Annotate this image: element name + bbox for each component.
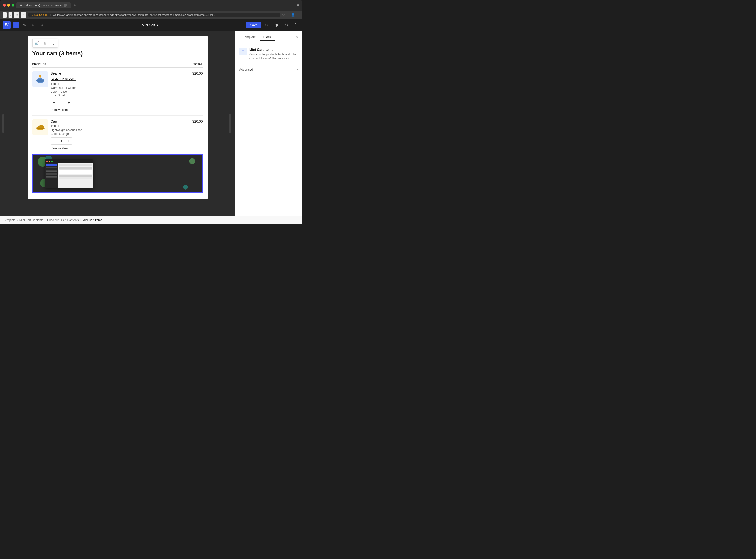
block-toolbar: 🛒 ⊞ ⋮ [32, 39, 58, 48]
beanie-details: Beanie 2 LEFT IN STOCK $10.00 Warm hat f… [48, 71, 76, 111]
breadcrumb-sep-1: › [17, 218, 18, 222]
block-title: Mini Cart Items [249, 48, 299, 51]
breadcrumb-filled-mini-cart-contents[interactable]: Filled Mini Cart Contents [47, 218, 79, 222]
block-info-header: ⊞ Mini Cart Items Contains the products … [239, 48, 299, 61]
mini-cart-items-icon: ⊞ [239, 48, 247, 55]
maximize-button[interactable] [11, 4, 15, 7]
total-column-header: TOTAL [173, 61, 203, 68]
reload-button[interactable]: ↻ [14, 12, 20, 18]
beanie-increase-qty-button[interactable]: + [66, 99, 72, 106]
svg-point-2 [39, 75, 41, 77]
security-label: Not Secure [34, 14, 48, 16]
settings-button[interactable]: ⚙ [263, 21, 271, 29]
cart-table: PRODUCT TOTAL [32, 61, 203, 193]
minimize-button[interactable] [7, 4, 10, 7]
block-description: Contains the products table and other cu… [249, 52, 299, 61]
decorative-blob-5 [183, 185, 188, 190]
extension-puzzle-icon[interactable]: ⊡ [287, 13, 289, 17]
beanie-name[interactable]: Beanie [51, 71, 76, 75]
back-button[interactable]: ‹ [3, 12, 7, 18]
cap-details: Cap $20.00 Lightweight baseball cap Colo… [48, 119, 82, 150]
panel-close-button[interactable]: × [296, 35, 299, 40]
mini-cart-title: Mini Cart [142, 23, 155, 27]
cart-title: Your cart (3 items) [32, 50, 203, 57]
add-block-button[interactable]: + [13, 22, 19, 28]
security-icon: ⚠ [31, 14, 33, 16]
menu-icon[interactable]: ⋮ [297, 13, 300, 17]
canvas-area: 🛒 ⊞ ⋮ Your cart (3 items) PRODUCT TOTAL [0, 31, 235, 216]
close-button[interactable] [3, 4, 6, 7]
grid-view-button[interactable]: ⊞ [41, 39, 49, 47]
canvas-scrollbar-left [2, 114, 4, 133]
cap-total: $20.00 [173, 115, 203, 154]
more-options-button[interactable]: ⋮ [292, 21, 300, 29]
cart-item-cap: Cap $20.00 Lightweight baseball cap Colo… [32, 115, 203, 154]
cap-remove-button[interactable]: Remove item [51, 147, 82, 150]
beanie-description: Warm hat for winter [51, 86, 76, 90]
editor-toolbar: W + ✎ ↩ ↪ ☰ Mini Cart ▾ Save ⚙ ◑ ⊙ ⋮ [0, 19, 303, 31]
view-button[interactable]: ⊙ [282, 21, 290, 29]
cap-product-image [32, 119, 48, 135]
cap-color: Color: Orange [51, 132, 82, 136]
mini-cart-chevron: ▾ [157, 23, 158, 27]
panel-header: Template Block × [235, 31, 303, 44]
advanced-chevron-icon: ▾ [297, 68, 299, 71]
new-tab-button[interactable]: + [74, 3, 76, 7]
block-info-text: Mini Cart Items Contains the products ta… [249, 48, 299, 61]
undo-button[interactable]: ↩ [30, 22, 37, 28]
side-panel: Template Block × ⊞ Mini Cart Items Conta… [235, 31, 303, 216]
address-bar: ‹ › ↻ ⌂ ⚠ Not Secure | wc.test/wp-admin/… [0, 10, 303, 19]
beanie-color: Color: Yellow [51, 90, 76, 93]
beanie-remove-button[interactable]: Remove item [51, 108, 76, 111]
advanced-header[interactable]: Advanced ▾ [239, 68, 299, 71]
address-field[interactable]: ⚠ Not Secure | wc.test/wp-admin/themes.p… [28, 13, 280, 17]
tab-close-button[interactable]: × [64, 4, 67, 7]
toolbar-right: Save ⚙ ◑ ⊙ ⋮ [246, 21, 300, 29]
beanie-decrease-qty-button[interactable]: − [51, 99, 58, 106]
browser-tab[interactable]: ⊞ Editor (beta) ‹ woocommerce × [16, 2, 71, 8]
home-button[interactable]: ⌂ [21, 12, 26, 18]
wordpress-logo[interactable]: W [3, 21, 10, 29]
nav-buttons: ‹ › ↻ ⌂ [3, 12, 26, 18]
svg-rect-5 [42, 128, 45, 129]
cap-quantity-control: − 1 + [51, 137, 72, 145]
block-info-section: ⊞ Mini Cart Items Contains the products … [235, 44, 303, 65]
template-tab[interactable]: Template [239, 34, 260, 41]
panel-tabs: Template Block [239, 34, 275, 41]
beanie-size: Size: Small [51, 94, 76, 97]
browser-chrome: ⊞ Editor (beta) ‹ woocommerce × + ⊞ [0, 0, 303, 10]
cart-content: Your cart (3 items) PRODUCT TOTAL [28, 36, 208, 193]
tab-title: Editor (beta) ‹ woocommerce [24, 4, 62, 7]
save-button[interactable]: Save [246, 22, 261, 28]
cart-item-screenshot [32, 154, 203, 193]
beanie-stock-badge: 2 LEFT IN STOCK [51, 77, 76, 81]
cap-name[interactable]: Cap [51, 119, 82, 123]
decorative-blob-3 [189, 158, 195, 164]
bookmark-icon[interactable]: ☆ [282, 13, 285, 17]
beanie-quantity-control: − 2 + [51, 99, 72, 106]
redo-button[interactable]: ↪ [39, 22, 45, 28]
cart-icon-button[interactable]: 🛒 [33, 39, 41, 47]
breadcrumb-template[interactable]: Template [4, 218, 16, 222]
breadcrumb-mini-cart-contents[interactable]: Mini Cart Contents [20, 218, 43, 222]
block-tab[interactable]: Block [260, 34, 275, 41]
mini-cart-selector[interactable]: Mini Cart ▾ [142, 23, 158, 27]
forward-button[interactable]: › [8, 12, 13, 18]
more-block-options-button[interactable]: ⋮ [50, 39, 57, 47]
extensions-icon[interactable]: ⊞ [297, 4, 300, 7]
advanced-section: Advanced ▾ [235, 65, 303, 74]
cap-description: Lightweight baseball cap [51, 128, 82, 132]
product-column-header: PRODUCT [32, 61, 174, 68]
breadcrumb-mini-cart-items[interactable]: Mini Cart Items [82, 218, 102, 222]
toolbar-center: Mini Cart ▾ [56, 23, 244, 27]
theme-toggle-button[interactable]: ◑ [273, 21, 280, 29]
beanie-total: $20.00 [173, 68, 203, 115]
screenshot-ui-overlay [45, 159, 93, 188]
list-view-button[interactable]: ☰ [47, 22, 54, 28]
cap-increase-qty-button[interactable]: + [66, 138, 72, 144]
beanie-price: $10.00 [51, 82, 76, 86]
cap-decrease-qty-button[interactable]: − [51, 138, 58, 144]
profile-icon[interactable]: 👤 [291, 13, 295, 17]
address-text: wc.test/wp-admin/themes.php?page=gutenbe… [53, 14, 215, 16]
edit-tools-button[interactable]: ✎ [21, 22, 28, 28]
